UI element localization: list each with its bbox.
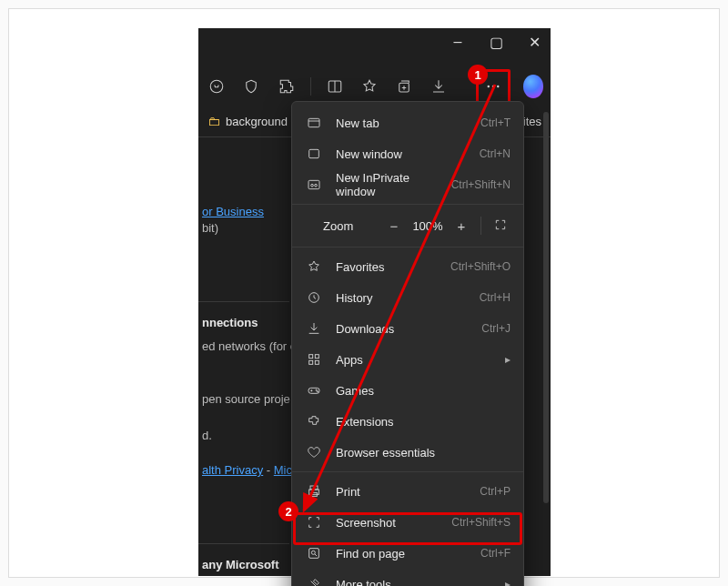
more-tools-icon [305, 575, 323, 586]
menu-favorites[interactable]: Favorites Ctrl+Shift+O [292, 251, 523, 282]
svg-point-5 [497, 86, 499, 87]
chevron-right-icon: ▸ [505, 578, 511, 586]
svg-point-4 [491, 86, 493, 87]
toolbar [198, 68, 551, 105]
apps-icon [305, 350, 323, 369]
svg-rect-12 [309, 355, 313, 359]
download-icon [305, 319, 323, 338]
heart-pulse-icon [305, 443, 323, 461]
split-screen-icon[interactable] [324, 74, 346, 99]
svg-point-10 [315, 184, 318, 187]
menu-history[interactable]: History Ctrl+H [292, 282, 523, 313]
menu-extensions-label: Extensions [336, 415, 511, 429]
menu-inprivate-shortcut: Ctrl+Shift+N [451, 178, 511, 191]
bg-link-privacy1[interactable]: alth Privacy [202, 463, 263, 477]
chevron-right-icon: ▸ [505, 353, 511, 366]
svg-point-23 [311, 551, 315, 554]
vertical-scrollbar[interactable] [543, 112, 549, 503]
menu-zoom-row: Zoom − 100% + [292, 208, 523, 243]
menu-find[interactable]: Find on page Ctrl+F [292, 538, 523, 569]
bg-heading-connections: nnections [202, 316, 258, 329]
zoom-in-button[interactable]: + [448, 218, 475, 234]
menu-favorites-label: Favorites [336, 260, 450, 274]
svg-point-0 [210, 80, 223, 93]
menu-screenshot-shortcut: Ctrl+Shift+S [451, 516, 511, 529]
menu-extensions[interactable]: Extensions [292, 406, 523, 437]
menu-inprivate-label: New InPrivate window [336, 171, 451, 198]
menu-history-shortcut: Ctrl+H [480, 291, 511, 304]
close-window-button[interactable]: ✕ [525, 34, 543, 51]
annotation-badge-1: 1 [468, 65, 488, 85]
menu-games-label: Games [336, 384, 511, 398]
downloads-toolbar-icon[interactable] [428, 74, 450, 99]
new-window-icon [305, 145, 323, 163]
svg-point-3 [487, 86, 489, 87]
menu-downloads-label: Downloads [336, 322, 481, 336]
menu-new-window-shortcut: Ctrl+N [480, 147, 511, 160]
app-menu: New tab Ctrl+T New window Ctrl+N New InP… [291, 101, 524, 586]
svg-rect-8 [308, 180, 319, 188]
menu-new-tab-label: New tab [336, 116, 480, 130]
bg-link-business[interactable]: or Business [202, 205, 264, 218]
menu-print[interactable]: Print Ctrl+P [292, 476, 523, 507]
menu-essentials[interactable]: Browser essentials [292, 437, 523, 468]
menu-more-tools-label: More tools [336, 578, 500, 587]
svg-point-18 [317, 391, 318, 392]
menu-find-shortcut: Ctrl+F [480, 547, 511, 560]
menu-new-window[interactable]: New window Ctrl+N [292, 138, 523, 169]
profile-icon[interactable] [206, 74, 228, 99]
menu-inprivate[interactable]: New InPrivate window Ctrl+Shift+N [292, 169, 523, 200]
svg-rect-15 [315, 360, 318, 364]
favorites-folder-label[interactable]: background [226, 115, 288, 128]
menu-apps[interactable]: Apps ▸ [292, 344, 523, 375]
menu-more-tools[interactable]: More tools ▸ [292, 569, 523, 586]
zoom-label: Zoom [323, 219, 378, 233]
menu-new-window-label: New window [336, 147, 480, 161]
games-icon [305, 381, 323, 399]
svg-rect-14 [309, 360, 313, 364]
zoom-out-button[interactable]: − [380, 218, 408, 234]
outer-frame: – ▢ ✕ 🗀 background [8, 8, 720, 578]
svg-rect-6 [308, 118, 319, 126]
edge-window: – ▢ ✕ 🗀 background [198, 28, 551, 576]
minimize-button[interactable]: – [449, 34, 467, 51]
menu-find-label: Find on page [336, 547, 480, 561]
menu-new-tab[interactable]: New tab Ctrl+T [292, 107, 523, 138]
menu-games[interactable]: Games [292, 375, 523, 406]
menu-downloads-shortcut: Ctrl+J [481, 322, 511, 335]
annotation-badge-2: 2 [278, 501, 298, 521]
bg-text-opensource: pen source proje [202, 392, 290, 406]
svg-point-9 [311, 184, 314, 187]
shield-icon[interactable] [240, 74, 262, 99]
maximize-button[interactable]: ▢ [487, 34, 505, 51]
bg-text-networks: ed networks (for ex [202, 339, 303, 353]
svg-point-17 [316, 389, 317, 390]
star-icon [305, 258, 323, 276]
fullscreen-button[interactable] [487, 218, 514, 234]
copilot-icon[interactable] [523, 75, 544, 98]
window-controls: – ▢ ✕ [449, 34, 543, 51]
menu-screenshot[interactable]: Screenshot Ctrl+Shift+S [292, 507, 523, 538]
history-icon [305, 288, 323, 307]
zoom-value: 100% [408, 219, 448, 233]
extensions-icon [305, 412, 323, 430]
menu-print-label: Print [336, 485, 480, 499]
bg-sep: - [263, 463, 274, 477]
collections-icon[interactable] [393, 74, 415, 99]
menu-history-label: History [336, 291, 480, 305]
extensions-toolbar-icon[interactable] [275, 74, 297, 99]
bg-text-bit: bit) [202, 221, 218, 235]
menu-favorites-shortcut: Ctrl+Shift+O [450, 260, 511, 273]
svg-rect-19 [310, 486, 318, 490]
menu-essentials-label: Browser essentials [336, 446, 511, 460]
favorites-toolbar-icon[interactable] [359, 74, 380, 99]
bg-heading-anyms: any Microsoft [202, 558, 279, 571]
menu-downloads[interactable]: Downloads Ctrl+J [292, 313, 523, 344]
svg-rect-22 [309, 549, 319, 559]
menu-screenshot-label: Screenshot [336, 516, 451, 530]
menu-print-shortcut: Ctrl+P [480, 485, 511, 498]
svg-rect-13 [315, 355, 318, 359]
print-icon [305, 482, 323, 500]
find-icon [305, 544, 323, 562]
folder-icon: 🗀 [207, 114, 220, 128]
